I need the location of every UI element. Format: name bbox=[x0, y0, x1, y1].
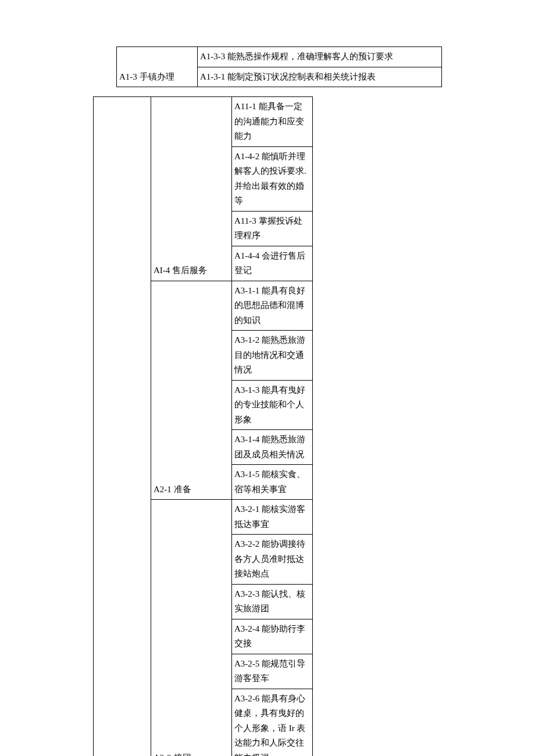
t2-sec1-label: A2-1 准备 bbox=[151, 281, 232, 500]
t1-row-0: A1-3-3 能熟悉操作规程，准确理解客人的预订要求 bbox=[198, 47, 442, 67]
t1-row-1: A1-3-1 能制定预订状况控制表和相关统计报表 bbox=[198, 67, 442, 87]
t2-sec1-row3: A3-1-4 能熟悉旅游团及成员相关情况 bbox=[232, 430, 313, 465]
t2-sec1-row0: A3-1-1 能具有良好的思想品德和混博的知识 bbox=[232, 281, 313, 331]
t2-sec1-row1: A3-1-2 能熟悉旅游目的地情况和交通情况 bbox=[232, 331, 313, 381]
t2-sec2-row5: A3-2-6 能具有身心健桌，具有曳好的个人形象，语 Ir 表达能力和人际交往能… bbox=[232, 689, 313, 756]
t2-sec2-row1: A3-2-2 能协调接待各方人员准时抵达接站炮点 bbox=[232, 535, 313, 585]
table-2: A2 导游员 AI-4 售后服务 A11-1 能具备一定的沟通能力和应变能力 A… bbox=[93, 96, 442, 756]
t2-sec0-row0: A11-1 能具备一定的沟通能力和应变能力 bbox=[232, 97, 313, 147]
t2-sec0-row1: A1-4-2 能慎听并理解客人的投诉要求.并给出最有效的婚等 bbox=[232, 146, 313, 211]
t2-sec0-row3: A1-4-4 会进行售后登记 bbox=[232, 246, 313, 281]
table-1: A1-3 手镇办理 A1-3-3 能熟悉操作规程，准确理解客人的预订要求 A1-… bbox=[116, 46, 442, 87]
t2-sec2-row4: A3-2-5 能规范引导游客登车 bbox=[232, 654, 313, 689]
t2-sec1-row4: A3-1-5 能核实食、宿等相关事宜 bbox=[232, 465, 313, 500]
t2-sec2-row3: A3-2-4 能协助行李交接 bbox=[232, 619, 313, 654]
t2-sec0-label: AI-4 售后服务 bbox=[151, 97, 232, 281]
t1-col1: A1-3 手镇办理 bbox=[117, 47, 198, 87]
t2-sec1-row2: A3-1-3 能具有曳好的专业技能和个人形象 bbox=[232, 380, 313, 430]
t2-sec2-label: A2-2 接团 bbox=[151, 500, 232, 757]
t2-col1: A2 导游员 bbox=[94, 97, 151, 757]
t2-sec2-row0: A3-2-1 能核实游客抵达事宜 bbox=[232, 500, 313, 535]
t2-sec2-row2: A3-2-3 能认找、核实旅游团 bbox=[232, 584, 313, 619]
t2-sec0-row2: A11-3 掌握投诉处理程序 bbox=[232, 211, 313, 246]
